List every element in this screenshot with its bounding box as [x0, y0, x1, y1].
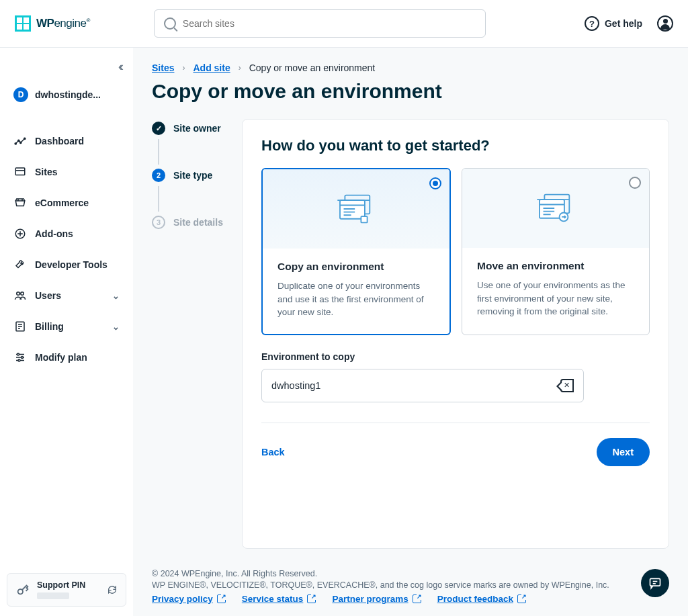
breadcrumb-add-site[interactable]: Add site: [193, 62, 230, 73]
logo-mark-icon: [15, 15, 31, 32]
svg-rect-31: [361, 216, 367, 222]
svg-point-21: [22, 357, 24, 359]
option-title: Copy an environment: [277, 261, 435, 273]
option-move-environment[interactable]: Move an environment Use one of your envi…: [462, 168, 650, 335]
help-icon: ?: [585, 16, 599, 31]
search-input[interactable]: [183, 18, 476, 29]
dashboard-icon: [13, 134, 27, 148]
support-pin-label: Support PIN: [37, 580, 85, 590]
account-switcher[interactable]: D dwhostingde...: [7, 82, 126, 107]
external-link-icon: [307, 595, 316, 603]
nav-modify-plan[interactable]: Modify plan: [7, 343, 126, 372]
billing-icon: [13, 320, 27, 333]
option-title: Move an environment: [477, 260, 634, 272]
move-environment-icon: [537, 192, 574, 224]
chevron-down-icon: ⌄: [112, 291, 120, 301]
chevron-right-icon: ›: [182, 63, 185, 73]
svg-point-11: [17, 292, 20, 296]
main-nav: Dashboard Sites eCommerce Add-ons Develo…: [7, 126, 126, 372]
svg-point-3: [24, 138, 26, 139]
svg-point-2: [20, 142, 22, 143]
get-help-link[interactable]: ? Get help: [585, 16, 642, 31]
user-avatar-icon[interactable]: [657, 15, 673, 32]
collapse-sidebar-button[interactable]: ‹‹: [113, 57, 126, 77]
devtools-icon: [13, 258, 27, 271]
search-box[interactable]: [154, 9, 486, 38]
svg-point-22: [18, 359, 20, 361]
next-button[interactable]: Next: [597, 438, 650, 466]
addons-icon: [13, 227, 27, 240]
form-card: How do you want to get started? Copy an …: [242, 119, 669, 549]
chat-fab[interactable]: [641, 569, 669, 597]
footer-trademarks: WP ENGINE®, VELOCITIZE®, TORQUE®, EVERCA…: [152, 580, 669, 590]
main-content: Sites › Add site › Copy or move an envir…: [133, 48, 688, 616]
environment-input[interactable]: [271, 380, 560, 391]
back-button[interactable]: Back: [261, 447, 285, 457]
help-label: Get help: [605, 18, 642, 29]
key-icon: [15, 582, 30, 597]
footer-link-status[interactable]: Service status: [242, 594, 316, 604]
footer: © 2024 WPEngine, Inc. All Rights Reserve…: [152, 549, 669, 604]
option-description: Use one of your environments as the firs…: [477, 279, 634, 318]
svg-point-20: [17, 353, 19, 355]
sites-icon: [13, 165, 27, 179]
step-site-owner: ✓Site owner: [152, 122, 226, 135]
copy-environment-icon: [337, 193, 375, 225]
logo[interactable]: WPengine®: [15, 15, 90, 32]
top-bar: WPengine® ? Get help: [0, 0, 688, 48]
nav-billing[interactable]: Billing⌄: [7, 312, 126, 341]
svg-point-23: [18, 589, 23, 594]
external-link-icon: [413, 595, 421, 603]
nav-devtools[interactable]: Developer Tools: [7, 250, 126, 279]
footer-link-privacy[interactable]: Privacy policy: [152, 594, 226, 604]
account-name: dwhostingde...: [35, 89, 101, 100]
external-link-icon: [517, 595, 526, 603]
step-site-type: 2Site type: [152, 169, 226, 182]
nav-dashboard[interactable]: Dashboard: [7, 126, 126, 156]
svg-point-12: [21, 292, 24, 296]
nav-sites[interactable]: Sites: [7, 157, 126, 187]
refresh-icon[interactable]: [107, 584, 118, 595]
chat-icon: [648, 576, 662, 590]
svg-rect-40: [650, 578, 660, 586]
logo-text: WPengine®: [36, 17, 90, 30]
svg-point-1: [18, 140, 19, 141]
account-avatar: D: [13, 87, 28, 102]
environment-field[interactable]: ✕: [261, 369, 584, 402]
environment-field-label: Environment to copy: [261, 351, 650, 362]
chevron-right-icon: ›: [239, 63, 241, 73]
footer-copyright: © 2024 WPEngine, Inc. All Rights Reserve…: [152, 569, 669, 578]
radio-unselected-icon: [629, 177, 641, 189]
step-site-details: 3Site details: [152, 216, 226, 229]
stepper: ✓Site owner 2Site type 3Site details: [152, 119, 226, 549]
breadcrumb-current: Copy or move an environment: [249, 62, 376, 73]
users-icon: [13, 289, 27, 302]
card-heading: How do you want to get started?: [261, 137, 650, 155]
search-icon: [164, 17, 176, 30]
check-icon: ✓: [152, 122, 165, 135]
support-pin-box[interactable]: Support PIN: [7, 573, 126, 607]
page-title: Copy or move an environment: [152, 80, 669, 103]
external-link-icon: [217, 595, 226, 603]
svg-rect-4: [15, 168, 25, 175]
clear-input-icon[interactable]: ✕: [560, 379, 574, 392]
sidebar: ‹‹ D dwhostingde... Dashboard Sites eCom…: [0, 48, 133, 616]
svg-point-0: [15, 143, 16, 144]
nav-users[interactable]: Users⌄: [7, 281, 126, 310]
footer-link-feedback[interactable]: Product feedback: [437, 594, 526, 604]
modify-icon: [13, 351, 27, 364]
breadcrumb: Sites › Add site › Copy or move an envir…: [152, 62, 669, 73]
ecommerce-icon: [13, 196, 27, 210]
chevron-down-icon: ⌄: [112, 322, 120, 332]
option-description: Duplicate one of your environments and u…: [277, 279, 435, 319]
nav-addons[interactable]: Add-ons: [7, 219, 126, 249]
nav-ecommerce[interactable]: eCommerce: [7, 188, 126, 218]
option-copy-environment[interactable]: Copy an environment Duplicate one of you…: [261, 168, 451, 335]
radio-selected-icon: [429, 177, 441, 189]
footer-link-partners[interactable]: Partner programs: [332, 594, 421, 604]
breadcrumb-sites[interactable]: Sites: [152, 62, 174, 73]
support-pin-value: [37, 592, 69, 599]
